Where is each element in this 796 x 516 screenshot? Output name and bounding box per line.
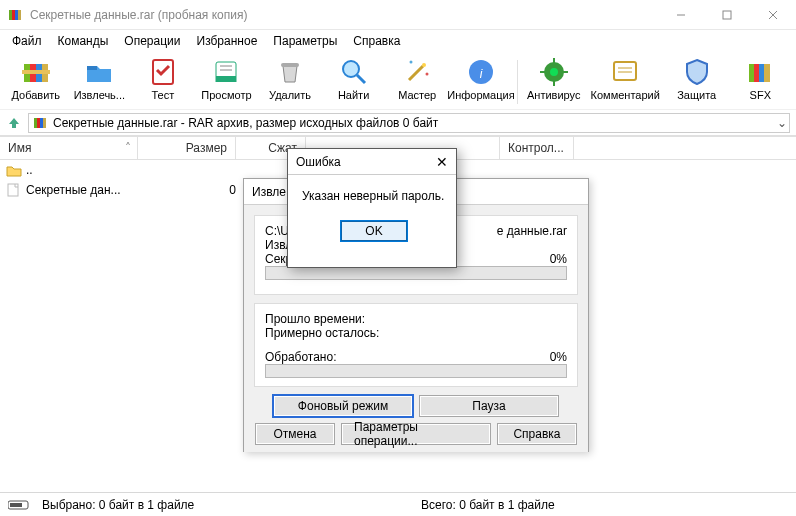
toolbar-view[interactable]: Просмотр bbox=[195, 54, 259, 110]
toolbar-antivirus-label: Антивирус bbox=[527, 89, 580, 101]
menu-commands[interactable]: Команды bbox=[52, 32, 115, 50]
svg-rect-38 bbox=[759, 64, 764, 82]
menu-operations[interactable]: Операции bbox=[118, 32, 186, 50]
progress-bar-file bbox=[265, 266, 567, 280]
window-title: Секретные данные.rar (пробная копия) bbox=[30, 8, 658, 22]
toolbar-find[interactable]: Найти bbox=[322, 54, 386, 110]
menu-help[interactable]: Справка bbox=[347, 32, 406, 50]
toolbar-delete-label: Удалить bbox=[269, 89, 311, 101]
svg-rect-0 bbox=[9, 10, 12, 20]
status-total: Всего: 0 байт в 1 файле bbox=[421, 498, 788, 512]
svg-rect-40 bbox=[34, 118, 37, 128]
toolbar-extract[interactable]: Извлечь... bbox=[68, 54, 132, 110]
close-button[interactable] bbox=[750, 0, 796, 30]
svg-point-19 bbox=[343, 61, 359, 77]
progress-total-pct: 0% bbox=[550, 350, 567, 364]
status-selected: Выбрано: 0 байт в 1 файле bbox=[42, 498, 409, 512]
svg-rect-33 bbox=[614, 62, 636, 80]
toolbar-comment-label: Комментарий bbox=[591, 89, 660, 101]
menu-parameters[interactable]: Параметры bbox=[267, 32, 343, 50]
menu-bar: Файл Команды Операции Избранное Параметр… bbox=[0, 30, 796, 52]
progress-elapsed-label: Прошло времени: bbox=[265, 312, 567, 326]
toolbar-protect[interactable]: Защита bbox=[665, 54, 729, 110]
svg-point-23 bbox=[410, 60, 413, 63]
menu-file[interactable]: Файл bbox=[6, 32, 48, 50]
svg-point-24 bbox=[426, 72, 429, 75]
path-bar: Секретные данные.rar - RAR архив, размер… bbox=[0, 110, 796, 136]
error-dialog: Ошибка ✕ Указан неверный пароль. OK bbox=[287, 148, 457, 268]
svg-rect-5 bbox=[723, 11, 731, 19]
col-size[interactable]: Размер bbox=[138, 137, 236, 159]
status-bar: Выбрано: 0 байт в 1 файле Всего: 0 байт … bbox=[0, 492, 796, 516]
cancel-button[interactable]: Отмена bbox=[255, 423, 335, 445]
error-titlebar[interactable]: Ошибка ✕ bbox=[288, 149, 456, 175]
operation-params-button[interactable]: Параметры операции... bbox=[341, 423, 491, 445]
svg-rect-37 bbox=[754, 64, 759, 82]
toolbar-find-label: Найти bbox=[338, 89, 369, 101]
path-text: Секретные данные.rar - RAR архив, размер… bbox=[53, 116, 438, 130]
progress-remaining-label: Примерно осталось: bbox=[265, 326, 567, 340]
svg-rect-12 bbox=[22, 70, 50, 74]
svg-rect-2 bbox=[15, 10, 18, 20]
toolbar-wizard[interactable]: Мастер bbox=[385, 54, 449, 110]
svg-line-20 bbox=[357, 75, 365, 83]
svg-point-22 bbox=[422, 63, 426, 67]
svg-rect-46 bbox=[10, 503, 22, 507]
svg-point-28 bbox=[550, 68, 558, 76]
error-ok-button[interactable]: OK bbox=[341, 221, 407, 241]
folder-up-icon bbox=[6, 163, 22, 177]
svg-rect-43 bbox=[43, 118, 46, 128]
maximize-button[interactable] bbox=[704, 0, 750, 30]
toolbar-test[interactable]: Тест bbox=[131, 54, 195, 110]
toolbar-extract-label: Извлечь... bbox=[74, 89, 125, 101]
progress-processed-label: Обработано: bbox=[265, 350, 550, 364]
col-tail bbox=[574, 137, 796, 159]
minimize-button[interactable] bbox=[658, 0, 704, 30]
path-field[interactable]: Секретные данные.rar - RAR архив, размер… bbox=[28, 113, 790, 133]
title-bar: Секретные данные.rar (пробная копия) bbox=[0, 0, 796, 30]
toolbar-delete[interactable]: Удалить bbox=[258, 54, 322, 110]
row-file-name: Секретные дан... bbox=[26, 183, 150, 197]
toolbar-sfx-label: SFX bbox=[750, 89, 771, 101]
toolbar-antivirus[interactable]: Антивирус bbox=[522, 54, 586, 110]
progress-filename: е данные.rar bbox=[497, 224, 567, 238]
toolbar-info[interactable]: iИнформация bbox=[449, 54, 513, 110]
toolbar-view-label: Просмотр bbox=[201, 89, 251, 101]
svg-rect-1 bbox=[12, 10, 15, 20]
progress-bar-total bbox=[265, 364, 567, 378]
svg-rect-3 bbox=[18, 10, 21, 20]
col-crc[interactable]: Контрол... bbox=[500, 137, 574, 159]
pause-button[interactable]: Пауза bbox=[419, 395, 559, 417]
background-button[interactable]: Фоновый режим bbox=[273, 395, 413, 417]
toolbar-separator bbox=[517, 60, 518, 104]
file-icon bbox=[6, 183, 22, 197]
svg-rect-18 bbox=[281, 63, 299, 67]
svg-rect-13 bbox=[87, 66, 97, 70]
toolbar-info-label: Информация bbox=[447, 89, 514, 101]
up-button[interactable] bbox=[6, 111, 22, 135]
row-up-label: .. bbox=[26, 163, 150, 177]
toolbar-test-label: Тест bbox=[152, 89, 175, 101]
svg-rect-41 bbox=[37, 118, 40, 128]
col-name[interactable]: Имя˄ bbox=[0, 137, 138, 159]
progress-file-pct: 0% bbox=[550, 252, 567, 266]
toolbar-add-label: Добавить bbox=[11, 89, 60, 101]
app-icon bbox=[8, 7, 24, 23]
path-dropdown-icon[interactable]: ⌄ bbox=[777, 116, 787, 130]
row-file-size: 0 bbox=[154, 183, 244, 197]
help-button[interactable]: Справка bbox=[497, 423, 577, 445]
svg-line-21 bbox=[409, 66, 423, 80]
toolbar-comment[interactable]: Комментарий bbox=[586, 54, 665, 110]
toolbar: Добавить Извлечь... Тест Просмотр Удалит… bbox=[0, 52, 796, 110]
toolbar-wizard-label: Мастер bbox=[398, 89, 436, 101]
archive-icon bbox=[33, 115, 49, 131]
error-close-button[interactable]: ✕ bbox=[436, 154, 448, 170]
sort-asc-icon: ˄ bbox=[125, 141, 131, 155]
svg-rect-15 bbox=[216, 76, 236, 82]
menu-favorites[interactable]: Избранное bbox=[191, 32, 264, 50]
error-message: Указан неверный пароль. bbox=[302, 189, 446, 203]
toolbar-add[interactable]: Добавить bbox=[4, 54, 68, 110]
error-title: Ошибка bbox=[296, 155, 436, 169]
svg-rect-36 bbox=[749, 64, 754, 82]
toolbar-sfx[interactable]: SFX bbox=[729, 54, 793, 110]
